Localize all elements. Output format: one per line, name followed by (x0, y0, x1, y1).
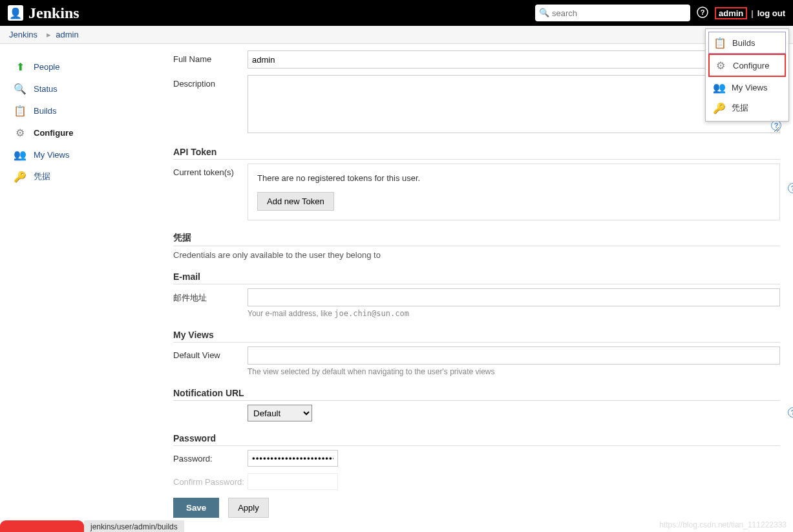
description-input[interactable] (248, 75, 780, 133)
email-label: 邮件地址 (173, 288, 248, 304)
dropdown-item-builds[interactable]: 📋 Builds (708, 32, 786, 54)
confirm-password-label: Confirm Password: (173, 473, 248, 487)
help-icon[interactable]: ? (771, 120, 781, 131)
description-label: Description (173, 75, 248, 89)
search-icon: 🔍 (539, 8, 549, 17)
default-view-input[interactable] (248, 346, 780, 365)
search-wrap: 🔍 (535, 5, 690, 21)
notification-url-title: Notification URL (173, 388, 780, 401)
content: Full Name Description ? API Token Curren… (168, 50, 793, 518)
full-name-label: Full Name (173, 50, 248, 64)
confirm-password-input[interactable] (248, 473, 338, 490)
add-token-button[interactable]: Add new Token (257, 192, 334, 211)
sidebar-item-people[interactable]: ⬆ People (10, 56, 164, 78)
email-title: E-mail (173, 271, 780, 284)
help-icon[interactable]: ? (788, 407, 793, 418)
sidebar-label: Builds (34, 106, 56, 116)
breadcrumb-sep: ▸ (47, 30, 51, 39)
myviews-title: My Views (173, 330, 780, 343)
dropdown-label: Builds (732, 38, 755, 48)
dropdown-label: My Views (732, 83, 767, 92)
gear-icon: ⚙ (714, 58, 728, 72)
top-separator: | (751, 8, 753, 18)
logout-link[interactable]: log out (757, 8, 785, 18)
sidebar-item-configure[interactable]: ⚙ Configure (10, 122, 164, 144)
credentials-title: 凭据 (173, 232, 780, 246)
breadcrumb-item[interactable]: admin (56, 30, 78, 39)
api-token-title: API Token (173, 147, 780, 160)
logo[interactable]: 👤 Jenkins (8, 5, 79, 22)
jenkins-butler-icon: 👤 (8, 5, 23, 21)
sidebar-item-status[interactable]: 🔍 Status (10, 78, 164, 100)
sidebar-label: People (34, 62, 59, 72)
sidebar: ⬆ People 🔍 Status 📋 Builds ⚙ Configure 👥… (6, 50, 168, 518)
users-icon: 👥 (712, 80, 726, 94)
magnifier-icon: 🔍 (13, 81, 27, 96)
default-view-label: Default View (173, 346, 248, 360)
sidebar-item-builds[interactable]: 📋 Builds (10, 100, 164, 122)
apply-button[interactable]: Apply (228, 498, 269, 518)
notepad-icon: 📋 (13, 103, 27, 118)
watermark: https://blog.csdn.net/tian_111222333 (659, 520, 787, 529)
gear-icon: ⚙ (13, 125, 27, 140)
dropdown-item-myviews[interactable]: 👥 My Views (708, 77, 786, 98)
help-icon[interactable]: ? (788, 183, 793, 193)
help-icon[interactable]: ? (697, 6, 708, 20)
notepad-icon: 📋 (713, 36, 727, 50)
user-dropdown: 📋 Builds ⚙ Configure 👥 My Views 🔑 凭据 (705, 28, 789, 122)
full-name-input[interactable] (248, 50, 780, 69)
save-button[interactable]: Save (173, 498, 219, 518)
notification-url-select[interactable]: Default (248, 405, 312, 421)
search-input[interactable] (535, 5, 690, 21)
key-icon: 🔑 (13, 169, 27, 184)
sidebar-item-credentials[interactable]: 🔑 凭据 (10, 165, 164, 187)
sidebar-label: Configure (34, 128, 73, 138)
breadcrumb-item[interactable]: Jenkins (9, 30, 37, 39)
status-path: jenkins/user/admin/builds (84, 520, 184, 532)
svg-text:?: ? (701, 8, 705, 16)
sidebar-label: Status (34, 84, 58, 94)
credentials-desc: Credentials are only available to the us… (173, 250, 780, 260)
no-tokens-text: There are no registered tokens for this … (257, 173, 770, 183)
key-icon: 🔑 (712, 101, 726, 115)
topbar: 👤 Jenkins 🔍 ? admin | log out (0, 0, 793, 26)
sidebar-label: My Views (34, 150, 69, 160)
token-box: There are no registered tokens for this … (248, 164, 780, 220)
dropdown-item-configure[interactable]: ⚙ Configure (708, 54, 786, 77)
dropdown-label: 凭据 (732, 102, 748, 114)
breadcrumb: Jenkins ▸ admin (0, 26, 793, 44)
password-label: Password: (173, 450, 248, 463)
dropdown-label: Configure (733, 61, 769, 70)
sidebar-label: 凭据 (34, 171, 50, 182)
users-icon: 👥 (13, 147, 27, 162)
brand-text: Jenkins (28, 5, 79, 22)
sidebar-item-myviews[interactable]: 👥 My Views (10, 144, 164, 165)
dropdown-item-credentials[interactable]: 🔑 凭据 (708, 98, 786, 118)
red-annotation (0, 520, 84, 532)
person-up-icon: ⬆ (13, 59, 27, 74)
current-tokens-label: Current token(s) (173, 164, 248, 177)
password-title: Password (173, 433, 780, 446)
user-menu[interactable]: admin (715, 7, 747, 19)
email-hint: Your e-mail address, like joe.chin@sun.c… (248, 309, 780, 318)
default-view-hint: The view selected by default when naviga… (248, 367, 780, 376)
password-input[interactable] (248, 450, 338, 467)
email-input[interactable] (248, 288, 780, 306)
